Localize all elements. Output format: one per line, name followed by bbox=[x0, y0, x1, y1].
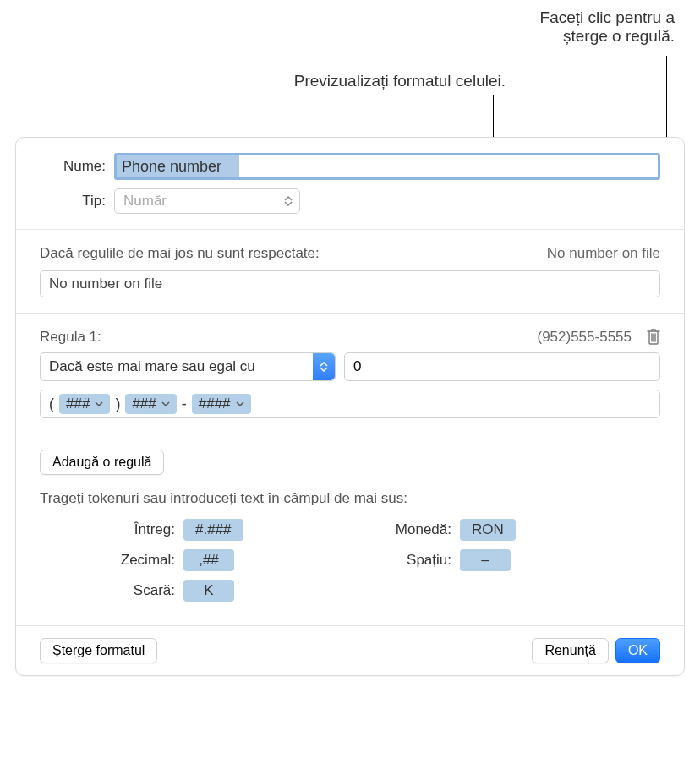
token-integer[interactable]: #.### bbox=[183, 519, 243, 541]
else-format-input[interactable] bbox=[40, 270, 660, 297]
token-decimal[interactable]: ,## bbox=[183, 549, 234, 571]
rule1-condition-value[interactable] bbox=[344, 352, 660, 381]
chevron-down-icon bbox=[161, 401, 170, 406]
rule1-preview: (952)555-5555 bbox=[537, 329, 632, 346]
chevron-updown-icon bbox=[313, 353, 335, 380]
annotation-delete-rule: Faceți clic pentru a șterge o regulă. bbox=[167, 8, 675, 46]
rule1-format-input[interactable]: ( ### ) ### - #### bbox=[40, 390, 660, 418]
annotation-preview-format: Previzualizați formatul celulei. bbox=[0, 72, 506, 90]
token-integer-3[interactable]: ### bbox=[59, 394, 110, 414]
token-integer-label: Întreg: bbox=[107, 521, 175, 538]
name-label: Nume: bbox=[40, 158, 106, 175]
token-currency[interactable]: RON bbox=[460, 519, 516, 541]
ok-button[interactable]: OK bbox=[615, 638, 660, 663]
token-scale-label: Scară: bbox=[107, 582, 175, 599]
trash-icon[interactable] bbox=[645, 327, 664, 347]
format-text: ( bbox=[47, 395, 56, 413]
rule1-label: Regula 1: bbox=[40, 329, 101, 346]
add-rule-button[interactable]: Adaugă o regulă bbox=[40, 450, 164, 475]
chevron-down-icon bbox=[236, 401, 244, 406]
else-heading: Dacă regulile de mai jos nu sunt respect… bbox=[40, 245, 320, 262]
chevron-down-icon bbox=[95, 401, 103, 406]
custom-format-dialog: Nume: Tip: Număr Dacă regulile de mai jo… bbox=[15, 137, 685, 676]
tokens-hint: Trageți tokenuri sau introduceți text în… bbox=[40, 490, 660, 507]
token-decimal-label: Zecimal: bbox=[107, 552, 175, 569]
token-space[interactable]: – bbox=[460, 549, 511, 571]
token-currency-label: Monedă: bbox=[384, 521, 451, 538]
type-select[interactable]: Număr bbox=[114, 188, 300, 214]
name-input[interactable] bbox=[114, 153, 660, 180]
cancel-button[interactable]: Renunță bbox=[532, 638, 609, 663]
token-integer-4[interactable]: #### bbox=[192, 394, 251, 414]
token-integer-3b[interactable]: ### bbox=[125, 394, 176, 414]
format-text: ) bbox=[113, 395, 122, 413]
token-scale[interactable]: K bbox=[183, 580, 234, 602]
format-text: - bbox=[180, 395, 189, 413]
rule1-condition-select[interactable]: Dacă este mai mare sau egal cu bbox=[40, 352, 336, 381]
token-space-label: Spațiu: bbox=[384, 552, 451, 569]
chevron-updown-icon bbox=[281, 193, 296, 210]
type-select-value: Număr bbox=[123, 193, 167, 210]
else-preview: No number on file bbox=[547, 245, 660, 262]
delete-format-button[interactable]: Șterge formatul bbox=[40, 638, 157, 663]
rule1-condition-label: Dacă este mai mare sau egal cu bbox=[49, 358, 255, 375]
type-label: Tip: bbox=[40, 193, 106, 210]
